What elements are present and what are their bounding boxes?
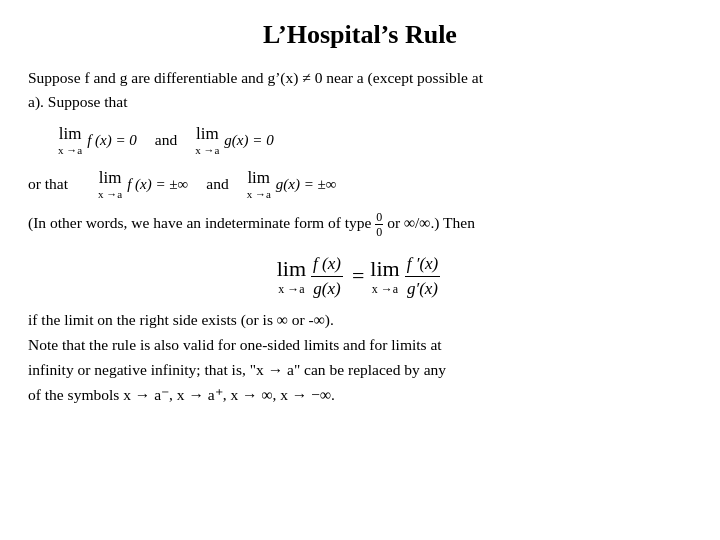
- lim-row-1: lim x →a f (x) = 0 and lim x →a g(x) = 0: [28, 124, 692, 156]
- bottom-line-1: if the limit on the right side exists (o…: [28, 308, 692, 333]
- lim-expr-2a: lim x →a f (x) = ±∞: [98, 168, 188, 200]
- bottom-line-2: Note that the rule is also valid for one…: [28, 333, 692, 358]
- page-title: L’Hospital’s Rule: [28, 20, 692, 50]
- lim-expr-1b: lim x →a g(x) = 0: [195, 124, 273, 156]
- lim-expr-1a: lim x →a f (x) = 0: [58, 124, 137, 156]
- bottom-line-3: infinity or negative infinity; that is, …: [28, 358, 692, 383]
- big-frac-right: f ′(x) g′(x): [405, 252, 441, 301]
- bottom-line-4: of the symbols x → a⁻, x → a⁺, x → ∞, x …: [28, 383, 692, 408]
- lim-expr-2b: lim x →a g(x) = ±∞: [247, 168, 337, 200]
- main-formula: lim x →a f (x) g(x) = lim x →a f ′(x) g′…: [28, 252, 692, 301]
- big-lim-right: lim x →a: [370, 256, 399, 297]
- equals-sign: =: [352, 263, 364, 289]
- indeterminate-text: (In other words, we have an indeterminat…: [28, 210, 692, 240]
- intro-line1: Suppose f and g are differentiable and g…: [28, 69, 483, 86]
- intro-line2: a). Suppose that: [28, 93, 127, 110]
- big-frac-left: f (x) g(x): [311, 252, 343, 301]
- page: L’Hospital’s Rule Suppose f and g are di…: [0, 0, 720, 540]
- bottom-text: if the limit on the right side exists (o…: [28, 308, 692, 407]
- intro-paragraph: Suppose f and g are differentiable and g…: [28, 66, 692, 114]
- lim-row-2: or that lim x →a f (x) = ±∞ and lim x →a…: [28, 168, 692, 200]
- or-that-label: or that: [28, 175, 98, 193]
- big-lim-left: lim x →a: [277, 256, 306, 297]
